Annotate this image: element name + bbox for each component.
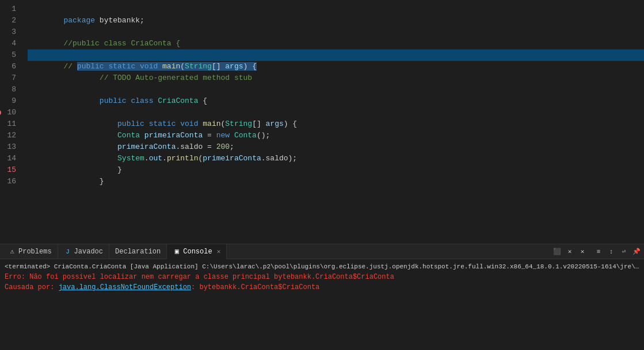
- line-num-15: 15: [0, 164, 16, 176]
- bottom-panel: ⚠ Problems J Javadoc Declaration ▣ Conso…: [0, 244, 644, 350]
- scroll-lock-button[interactable]: ↕: [606, 247, 616, 257]
- line-numbers: 1 2 3 4 5 6 7 8 9 10 11 12 13 14 15 16: [0, 2, 22, 241]
- code-line-5: // public static void main(String[] args…: [28, 49, 644, 61]
- tab-console[interactable]: ▣ Console ✕: [167, 244, 227, 259]
- line-num-2: 2: [0, 15, 16, 26]
- console-icon: ▣: [173, 248, 181, 256]
- code-content[interactable]: package bytebankk; //public class CriaCo…: [22, 2, 644, 241]
- maximize-button[interactable]: ✕: [577, 247, 588, 257]
- exception-link[interactable]: java.lang.ClassNotFoundException: [59, 283, 191, 291]
- line-num-8: 8: [0, 84, 16, 95]
- tab-console-label: Console: [183, 248, 212, 256]
- console-output: <terminated> CriaConta.CriaConta [Java A…: [0, 259, 644, 350]
- line-num-14: 14: [0, 153, 16, 164]
- line-num-9: 9: [0, 95, 16, 107]
- minimize-button[interactable]: ⬛: [552, 247, 562, 257]
- warning-icon: ⚠: [8, 248, 16, 256]
- clear-console-button[interactable]: ≡: [593, 247, 604, 257]
- panel-toolbar: ⬛ ✕ ✕ ≡ ↕ ⏎ 📌: [552, 247, 644, 257]
- tab-declaration-label: Declaration: [115, 248, 161, 256]
- line-num-5: 5: [0, 49, 16, 61]
- line-num-13: 13: [0, 141, 16, 153]
- error-suffix: : bytebankk.CriaConta$CriaConta: [191, 283, 319, 291]
- tab-declaration[interactable]: Declaration: [109, 244, 167, 259]
- pin-console-button[interactable]: 📌: [631, 247, 642, 257]
- line-num-12: 12: [0, 130, 16, 141]
- error-caused-by-label: Causada por:: [5, 283, 59, 291]
- code-line-1: package bytebankk;: [28, 3, 644, 15]
- code-line-8: public class CriaConta {: [28, 84, 644, 95]
- code-line-10: public static void main(String[] args) {: [28, 107, 644, 118]
- tab-problems[interactable]: ⚠ Problems: [2, 244, 58, 259]
- console-close-button[interactable]: ✕: [217, 248, 221, 255]
- line-num-3: 3: [0, 26, 16, 38]
- console-error-line1: Erro: Não foi possível localizar nem car…: [5, 272, 639, 282]
- line-num-11: 11: [0, 118, 16, 130]
- line-num-16: 16: [0, 176, 16, 187]
- line-num-1: 1: [0, 3, 16, 15]
- code-editor[interactable]: 1 2 3 4 5 6 7 8 9 10 11 12 13 14 15 16 p…: [0, 0, 644, 244]
- tab-problems-label: Problems: [18, 248, 52, 256]
- panel-tab-bar: ⚠ Problems J Javadoc Declaration ▣ Conso…: [0, 244, 644, 259]
- close-panel-button[interactable]: ✕: [565, 247, 575, 257]
- line-num-7: 7: [0, 72, 16, 84]
- line-num-4: 4: [0, 38, 16, 49]
- line-num-6: 6: [0, 61, 16, 72]
- javadoc-icon: J: [64, 248, 72, 256]
- code-line-16: [28, 176, 644, 187]
- tab-javadoc[interactable]: J Javadoc: [58, 244, 109, 259]
- code-line-3: //public class CriaConta {: [28, 26, 644, 38]
- word-wrap-button[interactable]: ⏎: [619, 247, 629, 257]
- line-num-10: 10: [0, 107, 16, 118]
- console-terminated-line: <terminated> CriaConta.CriaConta [Java A…: [5, 261, 639, 272]
- console-error-line2: Causada por: java.lang.ClassNotFoundExce…: [5, 282, 639, 293]
- tab-javadoc-label: Javadoc: [74, 248, 103, 256]
